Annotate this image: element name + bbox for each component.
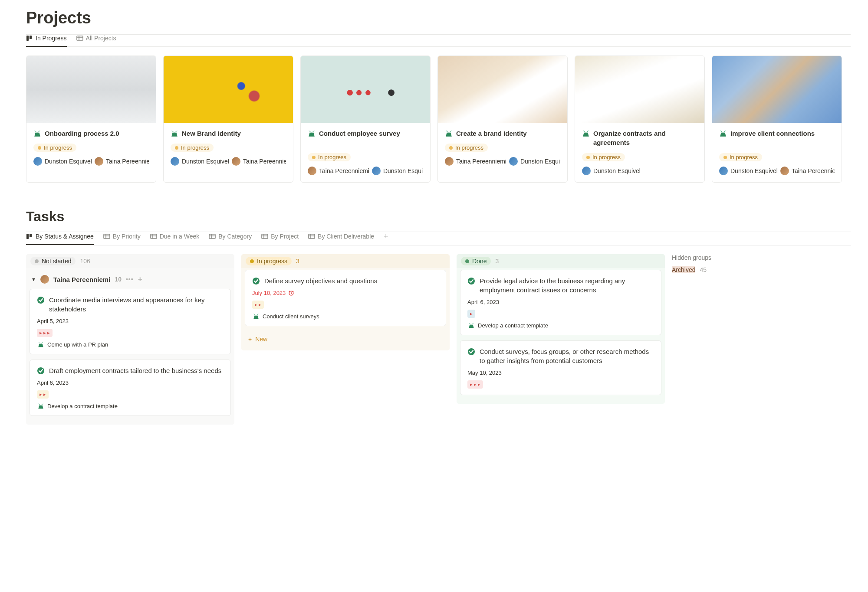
archived-pill[interactable]: Archived	[672, 266, 695, 273]
project-card[interactable]: Conduct employee surveyIn progressTaina …	[300, 56, 431, 183]
avatar	[780, 167, 789, 175]
new-card-button[interactable]: + New	[245, 331, 446, 347]
project-card[interactable]: Onboarding process 2.0In progressDunston…	[26, 56, 156, 183]
flag-icon: ▸	[39, 330, 42, 336]
task-date: April 5, 2023	[37, 318, 224, 324]
relation-row[interactable]: Conduct client surveys	[252, 313, 439, 320]
group-header[interactable]: ▼ Taina Pereenniemi 10 ••• +	[30, 270, 231, 289]
relation-label: Come up with a PR plan	[47, 341, 108, 348]
tab-label: By Category	[218, 233, 252, 240]
status-label: In progress	[181, 144, 209, 151]
flag-icon: ▸	[470, 311, 473, 317]
clock-icon	[288, 290, 294, 296]
card-cover	[712, 56, 842, 123]
project-icon	[171, 130, 178, 137]
person-name: Dunston Esquivel	[520, 158, 560, 165]
tab-by-client-deliverable[interactable]: By Client Deliverable	[308, 233, 374, 245]
avatar	[95, 157, 103, 166]
check-icon	[467, 348, 475, 356]
status-label: In progress	[455, 144, 483, 151]
relation-label: Develop a contract template	[47, 403, 118, 409]
status-dot	[250, 259, 254, 263]
person-name: Taina Pereenniemi	[319, 167, 369, 174]
status-label: In progress	[257, 258, 287, 265]
collapse-toggle-icon[interactable]: ▼	[31, 277, 36, 282]
relation-label: Develop a contract template	[478, 322, 548, 329]
people-row: Dunston Esquivel	[582, 167, 697, 175]
tab-by-project[interactable]: By Project	[261, 233, 299, 245]
projects-tabs: In ProgressAll Projects	[26, 35, 851, 47]
project-card[interactable]: Organize contracts and agreementsIn prog…	[575, 56, 705, 183]
task-card[interactable]: Conduct surveys, focus groups, or other …	[460, 340, 661, 395]
avatar	[445, 157, 454, 166]
task-date: April 6, 2023	[467, 299, 654, 305]
tab-by-status-assignee[interactable]: By Status & Assignee	[26, 233, 94, 245]
column-header[interactable]: In progress 3	[241, 254, 450, 268]
table-icon	[308, 233, 315, 240]
status-dot	[175, 146, 178, 150]
add-view-button[interactable]: +	[384, 232, 388, 245]
avatar	[40, 275, 49, 284]
avatar	[33, 157, 42, 166]
task-date: April 6, 2023	[37, 379, 224, 386]
task-title: Define survey objectives and questions	[264, 276, 377, 285]
tab-label: By Project	[271, 233, 299, 240]
project-icon	[33, 130, 41, 137]
more-icon[interactable]: •••	[126, 276, 134, 283]
status-dot	[38, 146, 41, 150]
group-name: Taina Pereenniemi	[53, 276, 110, 283]
relation-label: Conduct client surveys	[263, 313, 319, 320]
avatar	[582, 167, 591, 175]
column-count: 106	[80, 258, 90, 265]
project-card[interactable]: New Brand IdentityIn progressDunston Esq…	[163, 56, 293, 183]
tab-label: In Progress	[36, 35, 67, 42]
add-icon[interactable]: +	[138, 275, 142, 284]
tab-label: By Status & Assignee	[36, 233, 94, 240]
card-cover	[438, 56, 567, 123]
people-row: Dunston Esquivel Taina Pereenniemi	[171, 157, 286, 166]
card-title: Organize contracts and agreements	[593, 129, 697, 147]
person-name: Dunston Esquivel	[593, 167, 641, 174]
status-dot	[586, 156, 590, 159]
table-icon	[103, 233, 110, 240]
avatar	[372, 167, 381, 175]
tab-by-priority[interactable]: By Priority	[103, 233, 141, 245]
person-name: Taina Pereenniemi	[243, 158, 286, 165]
column-header[interactable]: Not started 106	[26, 254, 234, 268]
column-in-progress: In progress 3 Define survey objectives a…	[241, 254, 450, 350]
flag-icon: ▸	[39, 392, 42, 397]
task-card[interactable]: Draft employment contracts tailored to t…	[30, 360, 231, 416]
people-row: Taina Pereenniemi Dunston Esquivel	[308, 167, 423, 175]
project-card[interactable]: Improve client connectionsIn progressDun…	[712, 56, 842, 183]
priority-flags: ▸▸▸	[467, 380, 483, 389]
card-title-row: Organize contracts and agreements	[582, 129, 697, 148]
column-done: Done 3 Provide legal advice to the busin…	[457, 254, 665, 404]
tab-in-progress[interactable]: In Progress	[26, 35, 67, 47]
task-card[interactable]: Coordinate media interviews and appearan…	[30, 289, 231, 354]
check-icon	[37, 367, 45, 375]
task-card[interactable]: Provide legal advice to the business reg…	[460, 270, 661, 335]
relation-row[interactable]: Develop a contract template	[467, 322, 654, 329]
relation-row[interactable]: Come up with a PR plan	[37, 341, 224, 348]
projects-title: Projects	[26, 9, 851, 27]
avatar	[171, 157, 179, 166]
status-pill: In progress	[308, 153, 351, 161]
tab-by-category[interactable]: By Category	[209, 233, 252, 245]
task-title: Provide legal advice to the business reg…	[480, 276, 654, 294]
tab-due-in-a-week[interactable]: Due in a Week	[150, 233, 200, 245]
task-card[interactable]: Define survey objectives and questionsJu…	[245, 270, 446, 326]
tab-all-projects[interactable]: All Projects	[76, 35, 116, 47]
relation-row[interactable]: Develop a contract template	[37, 403, 224, 409]
task-board: Not started 106 ▼ Taina Pereenniemi 10 •…	[26, 254, 851, 425]
check-icon	[252, 277, 260, 285]
project-icon	[308, 130, 316, 137]
plus-icon: +	[248, 336, 252, 343]
status-pill: In progress	[33, 144, 76, 152]
card-cover	[26, 56, 156, 123]
priority-flags: ▸▸	[252, 301, 264, 309]
status-pill: In progress	[719, 153, 762, 161]
board-icon	[26, 35, 33, 42]
project-card[interactable]: Create a brand identityIn progressTaina …	[437, 56, 568, 183]
card-title-row: Onboarding process 2.0	[33, 129, 149, 138]
column-header[interactable]: Done 3	[457, 254, 665, 268]
